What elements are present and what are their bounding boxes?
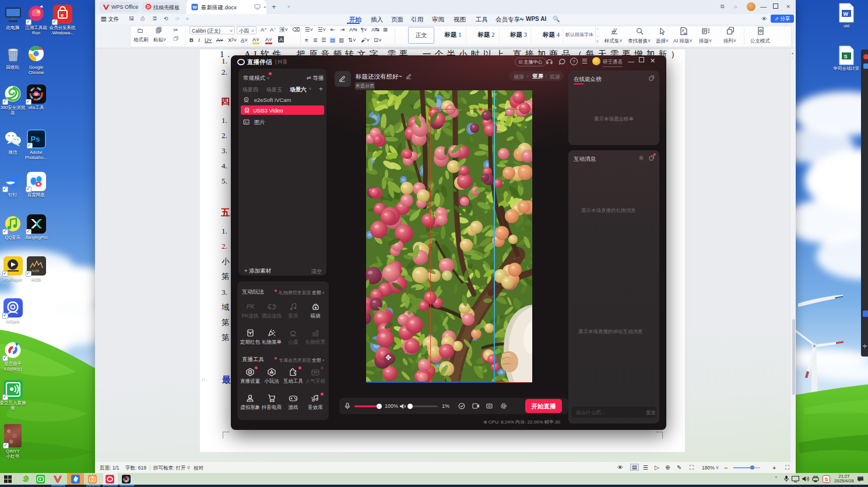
- svg-text:OBS: OBS: [33, 93, 40, 96]
- svg-text:D: D: [147, 5, 150, 9]
- svg-text:PK: PK: [247, 304, 255, 310]
- svg-text:W: W: [192, 5, 197, 10]
- svg-text:AIZB: AIZB: [31, 269, 39, 273]
- svg-text:W: W: [844, 11, 849, 17]
- svg-text:S: S: [844, 54, 848, 59]
- svg-text:e: e: [61, 12, 64, 18]
